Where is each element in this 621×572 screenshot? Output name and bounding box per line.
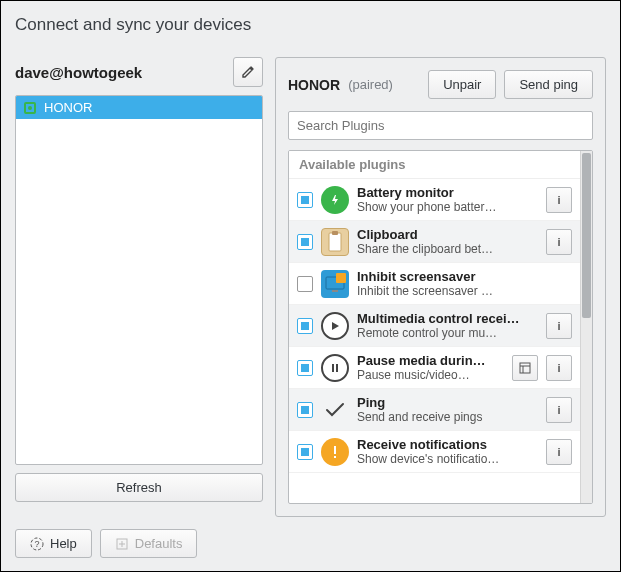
device-name: HONOR xyxy=(288,77,340,93)
svg-text:?: ? xyxy=(34,539,39,549)
svg-rect-3 xyxy=(332,290,338,292)
plugin-row[interactable]: Receive notifications Show device's noti… xyxy=(289,431,580,473)
defaults-label: Defaults xyxy=(135,536,183,551)
plugin-row[interactable]: Battery monitor Show your phone batter… … xyxy=(289,179,580,221)
plugin-row[interactable]: Clipboard Share the clipboard bet… i xyxy=(289,221,580,263)
battery-icon xyxy=(321,186,349,214)
help-icon: ? xyxy=(30,537,44,551)
plugin-checkbox[interactable] xyxy=(297,234,313,250)
svg-rect-10 xyxy=(334,456,336,458)
plugin-info-button[interactable]: i xyxy=(546,355,572,381)
svg-rect-0 xyxy=(329,233,341,251)
info-icon: i xyxy=(557,404,560,416)
plugin-checkbox[interactable] xyxy=(297,192,313,208)
plugin-title: Receive notifications xyxy=(357,437,538,452)
svg-rect-6 xyxy=(520,363,530,373)
device-status: (paired) xyxy=(348,77,393,92)
help-label: Help xyxy=(50,536,77,551)
plugin-checkbox[interactable] xyxy=(297,402,313,418)
svg-rect-2 xyxy=(326,277,344,289)
check-icon xyxy=(321,396,349,424)
plugin-row[interactable]: Multimedia control recei… Remote control… xyxy=(289,305,580,347)
svg-rect-9 xyxy=(334,446,336,454)
scrollbar-thumb[interactable] xyxy=(582,153,591,318)
plugin-info-button[interactable]: i xyxy=(546,229,572,255)
plugin-checkbox[interactable] xyxy=(297,444,313,460)
plugin-info-button[interactable]: i xyxy=(546,397,572,423)
plugin-info-button[interactable]: i xyxy=(546,313,572,339)
online-indicator-icon xyxy=(24,102,36,114)
clipboard-icon xyxy=(321,228,349,256)
plugin-title: Ping xyxy=(357,395,538,410)
plugin-desc: Send and receive pings xyxy=(357,410,538,424)
help-button[interactable]: ? Help xyxy=(15,529,92,558)
plugin-desc: Share the clipboard bet… xyxy=(357,242,538,256)
device-item[interactable]: HONOR xyxy=(16,96,262,119)
plugin-row[interactable]: Inhibit screensaver Inhibit the screensa… xyxy=(289,263,580,305)
info-icon: i xyxy=(557,446,560,458)
device-item-label: HONOR xyxy=(44,100,92,115)
plugin-title: Pause media durin… xyxy=(357,353,504,368)
info-icon: i xyxy=(557,236,560,248)
username-label: dave@howtogeek xyxy=(15,64,142,81)
info-icon: i xyxy=(557,362,560,374)
plugin-checkbox[interactable] xyxy=(297,318,313,334)
plugin-checkbox[interactable] xyxy=(297,276,313,292)
scrollbar[interactable] xyxy=(580,151,592,503)
info-icon: i xyxy=(557,194,560,206)
plugin-title: Multimedia control recei… xyxy=(357,311,538,326)
edit-button[interactable] xyxy=(233,57,263,87)
plugin-title: Clipboard xyxy=(357,227,538,242)
plugin-desc: Remote control your mu… xyxy=(357,326,538,340)
defaults-icon xyxy=(115,537,129,551)
plugin-desc: Show your phone batter… xyxy=(357,200,538,214)
search-input[interactable] xyxy=(288,111,593,140)
svg-rect-5 xyxy=(336,364,338,372)
svg-rect-4 xyxy=(332,364,334,372)
plugin-desc: Inhibit the screensaver … xyxy=(357,284,572,298)
plugin-row[interactable]: Pause media durin… Pause music/video… i xyxy=(289,347,580,389)
screensaver-icon xyxy=(321,270,349,298)
pencil-icon xyxy=(241,65,255,79)
defaults-button[interactable]: Defaults xyxy=(100,529,198,558)
plugin-desc: Show device's notificatio… xyxy=(357,452,538,466)
refresh-button[interactable]: Refresh xyxy=(15,473,263,502)
page-title: Connect and sync your devices xyxy=(15,15,606,35)
device-list[interactable]: HONOR xyxy=(15,95,263,465)
alert-icon xyxy=(321,438,349,466)
plugin-title: Battery monitor xyxy=(357,185,538,200)
unpair-button[interactable]: Unpair xyxy=(428,70,496,99)
plugin-checkbox[interactable] xyxy=(297,360,313,376)
config-icon xyxy=(519,362,531,374)
pause-icon xyxy=(321,354,349,382)
device-panel: HONOR (paired) Unpair Send ping Availabl… xyxy=(275,57,606,517)
plugin-title: Inhibit screensaver xyxy=(357,269,572,284)
plugin-config-button[interactable] xyxy=(512,355,538,381)
plugin-info-button[interactable]: i xyxy=(546,439,572,465)
send-ping-button[interactable]: Send ping xyxy=(504,70,593,99)
plugin-desc: Pause music/video… xyxy=(357,368,504,382)
play-icon xyxy=(321,312,349,340)
plugin-row[interactable]: Ping Send and receive pings i xyxy=(289,389,580,431)
svg-rect-1 xyxy=(332,231,338,235)
plugins-header: Available plugins xyxy=(289,151,580,179)
plugin-info-button[interactable]: i xyxy=(546,187,572,213)
info-icon: i xyxy=(557,320,560,332)
